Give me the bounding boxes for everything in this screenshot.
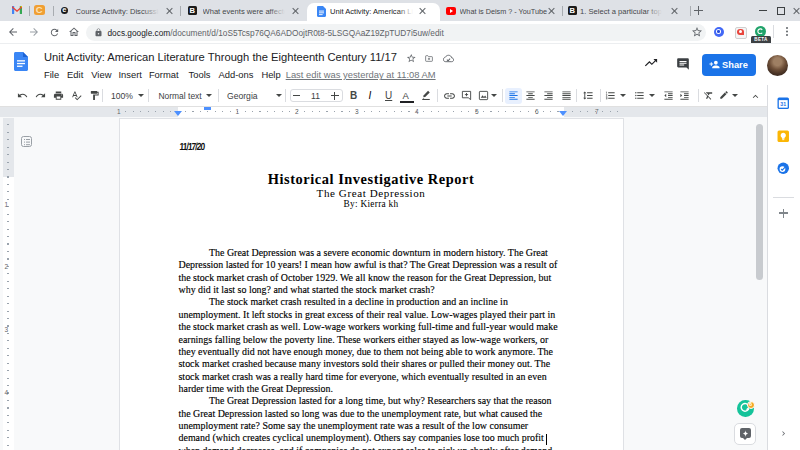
svg-text:31: 31 — [780, 101, 786, 107]
